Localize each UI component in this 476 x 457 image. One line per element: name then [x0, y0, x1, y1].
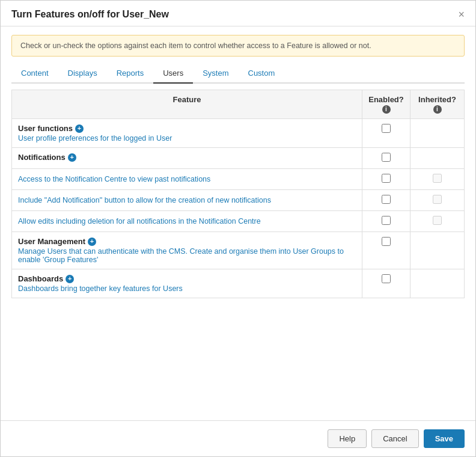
expand-icon[interactable]: + — [88, 238, 96, 246]
inherited-checkbox — [433, 216, 442, 225]
enabled-cell — [362, 169, 410, 190]
inherited-cell — [410, 119, 465, 148]
enabled-cell — [362, 211, 410, 232]
feature-desc: Include "Add Notification" button to all… — [18, 196, 356, 204]
feature-cell: Notifications+ — [12, 148, 362, 169]
feature-name: User Management — [18, 237, 85, 246]
th-inherited: Inherited? i — [410, 90, 465, 119]
enabled-cell — [362, 148, 410, 169]
close-button[interactable]: × — [458, 9, 465, 20]
expand-icon[interactable]: + — [75, 124, 84, 133]
cancel-button[interactable]: Cancel — [371, 429, 418, 448]
inherited-cell — [410, 232, 465, 269]
feature-name: Notifications — [18, 153, 66, 162]
enabled-cell — [362, 232, 410, 269]
tabs: Content Displays Reports Users System Cu… — [11, 64, 465, 84]
table-row: Allow edits including deletion for all n… — [12, 211, 465, 232]
enabled-cell — [362, 119, 410, 148]
inherited-info-icon: i — [433, 105, 442, 114]
th-enabled: Enabled? i — [362, 90, 410, 119]
feature-table: Feature Enabled? i Inherited? i — [11, 90, 465, 298]
inherited-cell — [410, 148, 465, 169]
modal-footer: Help Cancel Save — [1, 420, 475, 456]
feature-cell: User Management+Manage Users that can au… — [12, 232, 362, 269]
enabled-checkbox[interactable] — [382, 274, 391, 283]
feature-cell: Dashboards+Dashboards bring together key… — [12, 269, 362, 298]
tab-reports[interactable]: Reports — [107, 64, 154, 84]
table-row: Include "Add Notification" button to all… — [12, 190, 465, 211]
enabled-cell — [362, 269, 410, 298]
feature-cell: User functions+User profile preferences … — [12, 119, 362, 148]
modal-title: Turn Features on/off for User_New — [11, 9, 169, 20]
feature-desc: Manage Users that can authenticate with … — [18, 247, 356, 264]
enabled-cell — [362, 190, 410, 211]
tab-custom[interactable]: Custom — [239, 64, 285, 84]
inherited-cell — [410, 169, 465, 190]
tab-content[interactable]: Content — [11, 64, 58, 84]
enabled-checkbox[interactable] — [382, 174, 391, 183]
modal-body: Check or un-check the options against ea… — [1, 26, 475, 420]
feature-cell: Access to the Notification Centre to vie… — [12, 169, 362, 190]
modal-header: Turn Features on/off for User_New × — [1, 1, 475, 26]
expand-icon[interactable]: + — [66, 275, 74, 283]
modal: Turn Features on/off for User_New × Chec… — [0, 0, 476, 457]
enabled-checkbox[interactable] — [382, 195, 391, 204]
table-row: Notifications+ — [12, 148, 465, 169]
feature-name: Dashboards — [18, 274, 63, 283]
feature-name: User functions — [18, 124, 73, 133]
enabled-checkbox[interactable] — [382, 124, 391, 133]
feature-desc: Access to the Notification Centre to vie… — [18, 175, 356, 183]
table-row: Dashboards+Dashboards bring together key… — [12, 269, 465, 298]
feature-cell: Allow edits including deletion for all n… — [12, 211, 362, 232]
table-row: User functions+User profile preferences … — [12, 119, 465, 148]
feature-desc: Dashboards bring together key features f… — [18, 284, 356, 293]
tab-displays[interactable]: Displays — [58, 64, 107, 84]
help-button[interactable]: Help — [328, 429, 367, 448]
enabled-info-icon: i — [382, 105, 391, 114]
expand-icon[interactable]: + — [68, 153, 76, 162]
inherited-checkbox — [433, 195, 442, 204]
info-bar: Check or un-check the options against ea… — [11, 35, 465, 57]
inherited-cell — [410, 190, 465, 211]
enabled-checkbox[interactable] — [382, 237, 391, 246]
save-button[interactable]: Save — [424, 429, 465, 448]
tab-users[interactable]: Users — [153, 64, 193, 84]
table-row: Access to the Notification Centre to vie… — [12, 169, 465, 190]
enabled-checkbox[interactable] — [382, 153, 391, 162]
enabled-checkbox[interactable] — [382, 216, 391, 225]
inherited-checkbox — [433, 174, 442, 183]
tab-system[interactable]: System — [193, 64, 238, 84]
info-bar-text: Check or un-check the options against ea… — [20, 41, 371, 50]
inherited-cell — [410, 211, 465, 232]
feature-desc: Allow edits including deletion for all n… — [18, 217, 356, 225]
feature-cell: Include "Add Notification" button to all… — [12, 190, 362, 211]
feature-desc: User profile preferences for the logged … — [18, 134, 356, 143]
th-feature: Feature — [12, 90, 362, 119]
table-row: User Management+Manage Users that can au… — [12, 232, 465, 269]
inherited-cell — [410, 269, 465, 298]
